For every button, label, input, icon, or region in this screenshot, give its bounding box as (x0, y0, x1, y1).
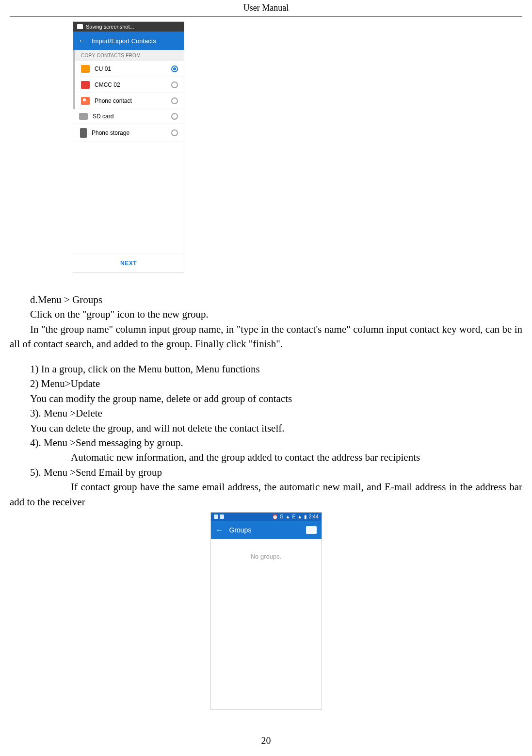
list-item-label: SD card (93, 113, 113, 120)
phone-storage-icon (80, 128, 87, 138)
radio-icon[interactable] (171, 113, 178, 120)
list-item-2: 2) Menu>Update (10, 376, 522, 391)
back-icon[interactable]: ← (216, 526, 224, 534)
back-icon[interactable]: ← (78, 36, 86, 45)
list-item-label: Phone contact (95, 97, 132, 104)
copy-source-item-sd-card[interactable]: SD card (73, 109, 184, 124)
status-bar: ⏰ G ▲ E ▲ ▮ 2:44 (211, 513, 322, 521)
status-time: 2:44 (309, 514, 318, 519)
radio-icon[interactable] (171, 129, 178, 136)
list-item-1: 1) In a group, click on the Menu button,… (10, 362, 522, 376)
paragraph: Click on the "group" icon to the new gro… (10, 307, 522, 322)
list-item-label: CU 01 (95, 65, 111, 72)
paragraph: In "the group name" column input group n… (10, 322, 522, 352)
app-bar-title: Import/Export Contacts (92, 37, 156, 45)
next-button[interactable]: NEXT (73, 254, 184, 273)
header-text: User Manual (243, 3, 289, 13)
list-item-4-body: Automatic new information, and the group… (10, 450, 522, 465)
status-icon (214, 515, 218, 519)
signal-icon: ▲ (297, 514, 302, 519)
list-item-label: CMCC 02 (95, 81, 120, 88)
image-icon (77, 24, 83, 29)
copy-source-item-cu01[interactable]: CU 01 (75, 61, 184, 77)
list-item-5: 5). Menu >Send Email by group (10, 465, 522, 480)
status-icon (220, 515, 224, 519)
blank-area (211, 574, 322, 709)
app-bar-title: Groups (229, 526, 252, 534)
sd-icon (79, 113, 88, 120)
radio-icon[interactable] (171, 97, 178, 104)
status-network: G (280, 514, 284, 519)
sim-icon (81, 65, 90, 73)
status-banner: Saving screenshot... (73, 22, 184, 32)
status-banner-text: Saving screenshot... (86, 24, 134, 30)
screenshot-groups: ⏰ G ▲ E ▲ ▮ 2:44 ← Groups No groups. (10, 512, 522, 710)
blank-area (73, 142, 184, 254)
sim-icon (81, 81, 90, 89)
list-item-label: Phone storage (92, 129, 129, 136)
page-number: 20 (0, 729, 532, 754)
body-text: d.Menu > Groups Click on the "group" ico… (10, 292, 522, 509)
copy-source-item-phone-contact[interactable]: Phone contact (75, 93, 184, 109)
section-header: COPY CONTACTS FROM (73, 50, 184, 61)
copy-source-item-phone-storage[interactable]: Phone storage (73, 124, 184, 142)
battery-icon: ▮ (304, 514, 307, 519)
alarm-icon: ⏰ (272, 514, 278, 519)
copy-source-item-cmcc02[interactable]: CMCC 02 (75, 77, 184, 93)
radio-selected-icon[interactable] (171, 65, 178, 72)
radio-icon[interactable] (171, 81, 178, 88)
list-item-5-body: If contact group have the same email add… (10, 480, 522, 509)
list-item-4: 4). Menu >Send messaging by group. (10, 435, 522, 450)
list-item-2-body: You can modify the group name, delete or… (10, 391, 522, 406)
no-groups-text: No groups. (211, 539, 322, 574)
list-item-3: 3). Menu >Delete (10, 406, 522, 420)
page-header: User Manual (10, 0, 522, 16)
contact-icon (81, 97, 90, 105)
add-group-icon[interactable] (306, 526, 317, 534)
status-signal: E (292, 514, 295, 519)
app-bar: ← Import/Export Contacts (73, 32, 184, 50)
app-bar: ← Groups (211, 521, 322, 539)
list-item-3-body: You can delete the group, and will not d… (10, 421, 522, 435)
heading-d-menu-groups: d.Menu > Groups (10, 292, 522, 307)
signal-icon: ▲ (286, 514, 290, 519)
screenshot-import-export: Saving screenshot... ← Import/Export Con… (73, 21, 522, 273)
